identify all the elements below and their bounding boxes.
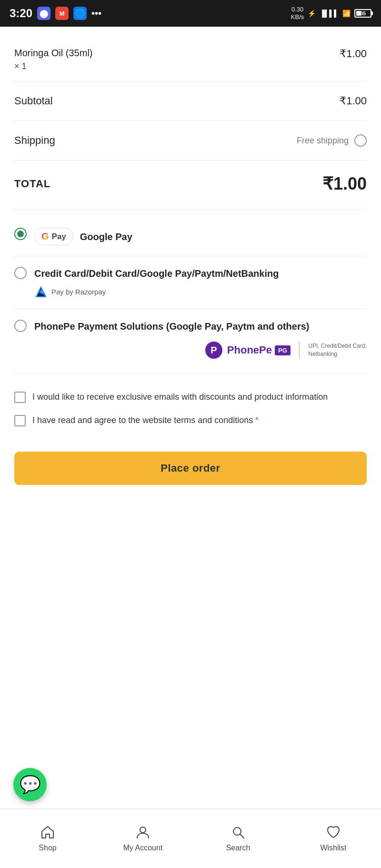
shipping-right: Free shipping xyxy=(297,134,367,147)
whatsapp-icon: 💬 xyxy=(20,775,41,795)
status-time: 3:20 xyxy=(10,7,32,20)
free-shipping-text: Free shipping xyxy=(297,136,349,146)
bluetooth-icon: ⚡ xyxy=(308,10,316,17)
emails-checkbox[interactable] xyxy=(14,392,26,403)
shop-label: Shop xyxy=(39,844,56,852)
total-value: ₹1.00 xyxy=(322,174,367,194)
shipping-row: Shipping Free shipping xyxy=(14,121,367,161)
order-item-price: ₹1.00 xyxy=(340,48,367,60)
nav-search[interactable]: Search xyxy=(190,809,286,868)
gpay-radio[interactable] xyxy=(14,228,27,240)
status-bar: 3:20 ⬤ M 🌐 ••• 0.30KB/s ⚡ ▐▌▌▌ 📶 35 xyxy=(0,0,381,27)
gpay-label: Google Pay xyxy=(80,230,132,243)
phonepe-circle-icon: P xyxy=(205,342,222,359)
phonepe-branding: P PhonePe PG UPI, Credit/Debit Card, Net… xyxy=(34,338,367,363)
account-icon xyxy=(135,825,150,840)
order-item-name: Moringa Oil (35ml) xyxy=(14,48,92,59)
main-content: Moringa Oil (35ml) × 1 ₹1.00 Subtotal ₹1… xyxy=(0,27,381,561)
shipping-label: Shipping xyxy=(14,134,55,147)
payment-option-gpay[interactable]: G Pay Google Pay xyxy=(14,217,367,256)
emails-checkbox-row[interactable]: I would like to receive exclusive emails… xyxy=(14,391,367,404)
phonepe-name: PhonePe xyxy=(227,344,272,356)
payment-option-razorpay[interactable]: Credit Card/Debit Card/Google Pay/Paytm/… xyxy=(14,256,367,309)
razorpay-icon xyxy=(34,285,48,298)
gpay-row: G Pay Google Pay xyxy=(34,228,367,245)
order-item-left: Moringa Oil (35ml) × 1 xyxy=(14,48,92,71)
phonepe-label: PhonePe Payment Solutions (Google Pay, P… xyxy=(34,320,367,333)
payment-section: G Pay Google Pay Credit Card/Debit Card/… xyxy=(14,210,367,381)
phonepe-badge-group: PhonePe PG xyxy=(227,344,291,356)
separator xyxy=(299,342,300,359)
wishlist-label: Wishlist xyxy=(320,844,346,852)
required-star: * xyxy=(255,415,259,425)
total-row: TOTAL ₹1.00 xyxy=(14,161,367,210)
gmail-icon: M xyxy=(55,7,69,20)
subtotal-row: Subtotal ₹1.00 xyxy=(14,81,367,121)
checkbox-section: I would like to receive exclusive emails… xyxy=(14,381,367,447)
phonepe-radio[interactable] xyxy=(14,320,27,332)
nav-wishlist[interactable]: Wishlist xyxy=(286,809,381,868)
gpay-logo: G Pay xyxy=(34,228,73,245)
terms-checkbox-label: I have read and agree to the website ter… xyxy=(32,414,259,427)
subtotal-label: Subtotal xyxy=(14,95,53,107)
gpay-content: G Pay Google Pay xyxy=(34,228,367,245)
shipping-radio[interactable] xyxy=(354,134,367,147)
svg-line-5 xyxy=(240,834,244,838)
payment-option-phonepe[interactable]: PhonePe Payment Solutions (Google Pay, P… xyxy=(14,309,367,373)
network-speed: 0.30KB/s xyxy=(291,6,304,20)
razorpay-text: Pay by Razorpay xyxy=(51,288,106,296)
phonepe-desc: UPI, Credit/Debit Card, Netbanking xyxy=(308,342,367,358)
search-icon xyxy=(231,825,246,840)
search-label: Search xyxy=(226,844,251,852)
discord-icon: ⬤ xyxy=(37,7,50,20)
nav-shop[interactable]: Shop xyxy=(0,809,95,868)
g-letter: G xyxy=(41,231,49,242)
wishlist-icon xyxy=(326,825,341,840)
terms-checkbox[interactable] xyxy=(14,415,26,426)
terms-checkbox-row[interactable]: I have read and agree to the website ter… xyxy=(14,414,367,427)
place-order-button[interactable]: Place order xyxy=(14,452,367,485)
order-item-row: Moringa Oil (35ml) × 1 ₹1.00 xyxy=(14,36,367,81)
signal-icon: ▐▌▌▌ xyxy=(320,10,339,17)
bottom-nav: Shop My Account Search Wishlist xyxy=(0,808,381,868)
razorpay-branding: Pay by Razorpay xyxy=(34,285,367,298)
account-label: My Account xyxy=(123,844,163,852)
phonepe-content: PhonePe Payment Solutions (Google Pay, P… xyxy=(34,320,367,363)
shop-icon xyxy=(40,825,55,840)
order-item-quantity: × 1 xyxy=(14,61,92,71)
subtotal-value: ₹1.00 xyxy=(340,95,367,107)
razorpay-radio[interactable] xyxy=(14,267,27,279)
battery-icon: 35 xyxy=(354,9,371,18)
pg-badge: PG xyxy=(275,345,291,355)
wifi-icon: 📶 xyxy=(342,10,351,17)
razorpay-content: Credit Card/Debit Card/Google Pay/Paytm/… xyxy=(34,267,367,298)
total-label: TOTAL xyxy=(14,178,50,190)
whatsapp-fab[interactable]: 💬 xyxy=(13,768,47,801)
pay-text: Pay xyxy=(52,232,66,242)
nav-my-account[interactable]: My Account xyxy=(95,809,190,868)
svg-point-3 xyxy=(140,827,146,833)
more-icon: ••• xyxy=(91,8,101,19)
phonepe-p-letter: P xyxy=(211,345,217,356)
emails-checkbox-label: I would like to receive exclusive emails… xyxy=(32,391,328,404)
razorpay-label: Credit Card/Debit Card/Google Pay/Paytm/… xyxy=(34,267,367,280)
browser-icon: 🌐 xyxy=(73,7,87,20)
